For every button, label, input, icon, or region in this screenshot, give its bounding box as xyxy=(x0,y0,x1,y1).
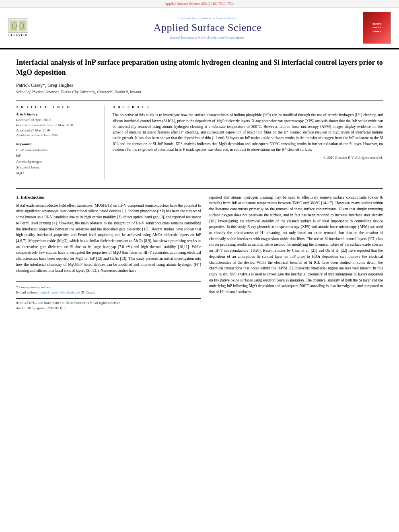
doi-line: doi:10.1016/j.apsusc.2010.05.101 xyxy=(16,306,201,310)
footer-notes: * Corresponding author. E-mail address: … xyxy=(16,281,201,310)
keyword-2: InP xyxy=(16,153,98,158)
keyword-1: III–V semiconductors xyxy=(16,147,98,153)
article-info-label: A R T I C L E I N F O xyxy=(16,105,98,109)
email-address: patrick.casey8@mail.dcu.ie xyxy=(39,290,80,294)
introduction-section: 1. Introduction Metal oxide semiconducto… xyxy=(16,195,383,312)
author-names: Patrick Casey*, Greg Hughes xyxy=(16,82,73,88)
keywords-group: Keywords: III–V semiconductors InP Atomi… xyxy=(16,142,98,176)
abstract-text: The objective of this study is to invest… xyxy=(113,112,383,152)
article-info-col: A R T I C L E I N F O Article history: R… xyxy=(16,105,105,180)
svg-rect-1 xyxy=(10,21,17,31)
article-history: Article history: Received 28 April 2010 … xyxy=(16,112,98,138)
history-label: Article history: xyxy=(16,112,98,116)
article-title: Interfacial analysis of InP surface prep… xyxy=(16,58,383,78)
received-date: Received 28 April 2010 xyxy=(16,117,98,123)
email-label: E-mail address: xyxy=(16,290,39,294)
revised-date: Received in revised form 27 May 2010 xyxy=(16,123,98,128)
email-line: E-mail address: patrick.casey8@mail.dcu.… xyxy=(16,290,201,294)
article-info-abstract: A R T I C L E I N F O Article history: R… xyxy=(16,101,383,180)
intro-heading: 1. Introduction xyxy=(16,195,201,199)
affiliation: School of Physical Sciences, Dublin City… xyxy=(16,90,383,94)
svg-rect-2 xyxy=(19,21,26,31)
homepage-url: www.elsevier.com/locate/apsusc xyxy=(198,35,245,39)
keywords-label: Keywords: xyxy=(16,142,98,146)
elsevier-logo-box xyxy=(8,18,28,33)
journal-header-left: ELSEVIER xyxy=(8,18,56,37)
email-suffix: (P. Casey). xyxy=(81,290,97,294)
keyword-4: Si control layers xyxy=(16,164,98,170)
section-divider xyxy=(16,188,383,189)
main-content: Interfacial analysis of InP surface prep… xyxy=(0,49,399,319)
copyright-line: © 2010 Elsevier B.V. All rights reserved… xyxy=(113,156,383,160)
elsevier-label: ELSEVIER xyxy=(8,33,28,37)
keyword-3: Atomic hydrogen xyxy=(16,159,98,164)
intro-number: 1. xyxy=(16,195,19,199)
top-bar: Applied Surface Science 256 (2010) 7530–… xyxy=(0,0,399,8)
intro-title: Introduction xyxy=(21,195,45,199)
keywords-list: III–V semiconductors InP Atomic hydrogen… xyxy=(16,147,98,176)
journal-header: ELSEVIER Contents lists available at Sci… xyxy=(0,8,399,49)
corresponding-author: * Corresponding author. xyxy=(16,285,201,289)
journal-cover: applied surface science xyxy=(363,12,391,44)
journal-homepage: journal homepage: www.elsevier.com/locat… xyxy=(62,35,353,39)
elsevier-logo: ELSEVIER xyxy=(8,18,28,37)
journal-cover-text: applied surface science xyxy=(372,22,381,33)
journal-citation: Applied Surface Science 256 (2010) 7530–… xyxy=(165,2,234,6)
journal-header-center: Contents lists available at ScienceDirec… xyxy=(62,16,353,39)
authors: Patrick Casey*, Greg Hughes xyxy=(16,82,383,88)
intro-left-col: 1. Introduction Metal oxide semiconducto… xyxy=(16,195,201,312)
journal-header-right: applied surface science xyxy=(359,12,391,44)
abstract-label: A B S T R A C T xyxy=(113,105,383,109)
sciencedirect-link: Contents lists available at ScienceDirec… xyxy=(62,16,353,20)
homepage-label: journal homepage: xyxy=(170,35,197,39)
issn-line: 0169-4332/$ – see front matter © 2010 El… xyxy=(16,301,201,305)
available-date: Available online 4 June 2010 xyxy=(16,133,98,138)
intro-left-text: Metal oxide semiconductor field effect t… xyxy=(16,203,201,274)
intro-right-col: reported that atomic hydrogen cleaning m… xyxy=(209,195,383,312)
journal-title: Applied Surface Science xyxy=(62,22,353,34)
abstract-col: A B S T R A C T The objective of this st… xyxy=(113,105,383,180)
intro-right-text: reported that atomic hydrogen cleaning m… xyxy=(209,195,383,295)
keyword-5: MgO xyxy=(16,170,98,176)
sciencedirect-prefix: Contents lists available at ScienceDirec… xyxy=(179,16,237,20)
accepted-date: Accepted 27 May 2010 xyxy=(16,128,98,133)
